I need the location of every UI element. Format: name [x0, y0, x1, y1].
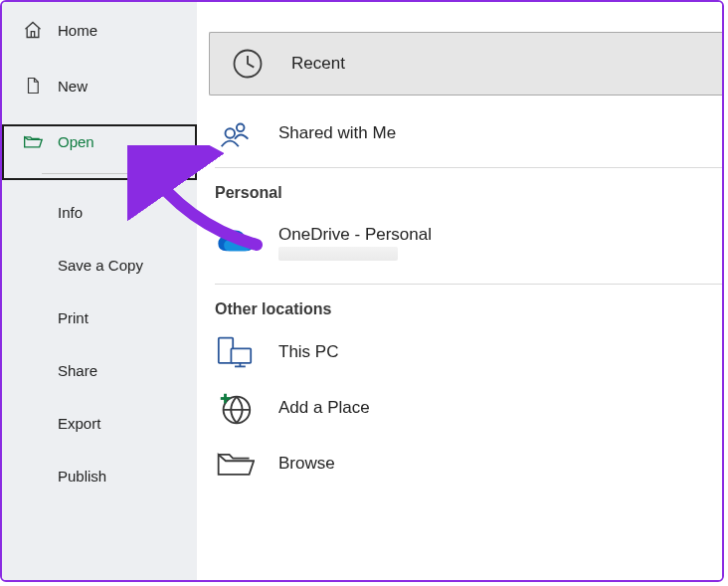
clock-icon — [228, 44, 268, 84]
nav-label: Open — [58, 133, 94, 150]
nav-publish[interactable]: Publish — [2, 450, 197, 502]
svg-point-1 — [226, 128, 236, 138]
people-icon — [215, 113, 255, 153]
nav-new[interactable]: New — [2, 58, 197, 113]
onedrive-title: OneDrive - Personal — [278, 225, 432, 244]
nav-export[interactable]: Export — [2, 397, 197, 450]
browse-folder-icon — [215, 444, 255, 484]
svg-rect-4 — [231, 348, 251, 362]
nav-info[interactable]: Info — [2, 186, 197, 239]
location-label: Add a Place — [278, 398, 370, 418]
nav-label: Publish — [58, 468, 106, 485]
section-personal: Personal — [197, 168, 722, 208]
open-panel: Recent Shared with Me Personal — [197, 2, 722, 580]
location-add-place[interactable]: Add a Place — [197, 380, 722, 436]
onedrive-icon — [215, 223, 255, 263]
location-recent[interactable]: Recent — [209, 32, 723, 96]
section-other: Other locations — [197, 285, 722, 324]
sidebar-secondary-list: Info Save a Copy Print Share Export Publ… — [2, 178, 197, 502]
location-label: OneDrive - Personal — [278, 225, 432, 261]
backstage-sidebar: Home New Open — [2, 2, 197, 580]
add-place-icon — [215, 388, 255, 428]
this-pc-icon — [215, 332, 255, 372]
new-doc-icon — [22, 75, 44, 97]
location-shared[interactable]: Shared with Me — [197, 105, 722, 161]
location-label: Shared with Me — [278, 123, 396, 143]
nav-open[interactable]: Open — [2, 113, 197, 169]
location-label: Recent — [291, 54, 345, 74]
location-label: Browse — [278, 454, 335, 474]
nav-save[interactable]: Save a Copy — [2, 239, 197, 292]
nav-label: Home — [58, 22, 97, 39]
svg-point-2 — [237, 124, 245, 132]
sidebar-divider — [42, 173, 177, 174]
location-label: This PC — [278, 342, 338, 362]
nav-label: Info — [58, 204, 83, 221]
nav-label: Share — [58, 362, 97, 379]
onedrive-account-placeholder — [278, 247, 398, 261]
nav-label: Export — [58, 415, 100, 432]
location-this-pc[interactable]: This PC — [197, 324, 722, 380]
nav-label: Save a Copy — [58, 257, 143, 274]
nav-share[interactable]: Share — [2, 344, 197, 397]
nav-print[interactable]: Print — [2, 292, 197, 344]
nav-label: New — [58, 78, 88, 95]
location-onedrive[interactable]: OneDrive - Personal — [197, 208, 722, 278]
nav-label: Print — [58, 309, 89, 326]
open-folder-icon — [22, 130, 44, 152]
home-icon — [22, 19, 44, 41]
nav-home[interactable]: Home — [2, 2, 197, 58]
location-browse[interactable]: Browse — [197, 436, 722, 491]
